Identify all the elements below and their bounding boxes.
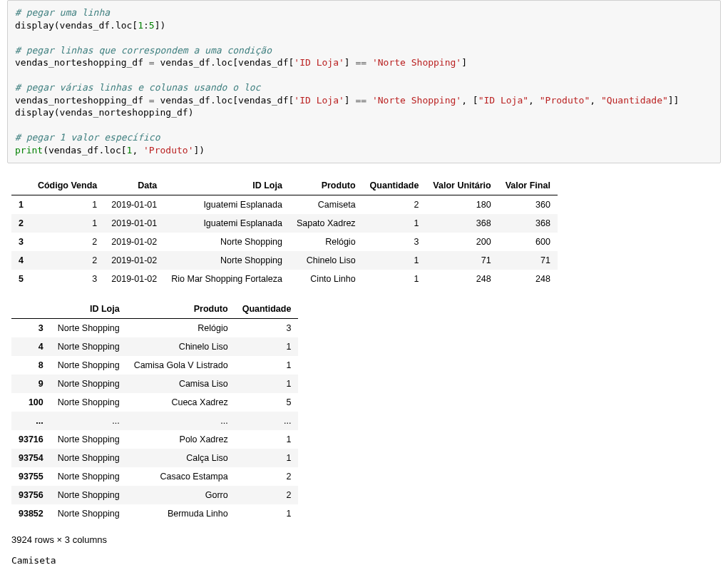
code-text: vendas_norteshopping_df <box>15 57 149 68</box>
cell: Calça Liso <box>127 449 235 467</box>
cell: Norte Shopping <box>51 393 127 412</box>
cell: 248 <box>426 270 498 288</box>
table-row: 93754Norte ShoppingCalça Liso1 <box>11 449 298 467</box>
row-index: 3 <box>11 233 31 251</box>
table-row: 322019-01-02Norte ShoppingRelógio3200600 <box>11 233 558 251</box>
code-string: 'ID Loja' <box>294 95 344 106</box>
code-string: 'Produto' <box>143 145 193 156</box>
table-shape-summary: 3924 rows × 3 columns <box>11 534 721 545</box>
code-text <box>366 95 372 106</box>
cell: 1 <box>31 195 104 214</box>
code-string: 'Norte Shopping' <box>372 57 461 68</box>
cell: Norte Shopping <box>51 430 127 449</box>
col-header: Quantidade <box>363 176 426 195</box>
code-text: display(vendas_df.loc[ <box>15 20 138 31</box>
code-text: ]] <box>668 95 680 106</box>
cell: 2019-01-02 <box>104 270 164 288</box>
code-comment: # pegar várias linhas e colunas usando o… <box>15 82 260 93</box>
row-index: 4 <box>11 251 31 270</box>
index-header-blank <box>11 176 31 195</box>
cell: 600 <box>498 233 558 251</box>
code-string: "ID Loja" <box>478 95 528 106</box>
cell: 2019-01-01 <box>104 214 164 233</box>
cell: Casaco Estampa <box>127 467 235 486</box>
cell: ... <box>127 412 235 430</box>
cell: 71 <box>498 251 558 270</box>
code-comment: # pegar 1 valor específico <box>15 132 160 143</box>
cell: 1 <box>235 375 299 393</box>
row-index: 4 <box>11 337 51 356</box>
cell: Camisa Gola V Listrado <box>127 356 235 375</box>
code-operator: = <box>149 95 155 106</box>
code-string: 'Norte Shopping' <box>372 95 461 106</box>
cell: 2019-01-01 <box>104 195 164 214</box>
code-text: vendas_df.loc[vendas_df[ <box>155 57 294 68</box>
cell: 200 <box>426 233 498 251</box>
row-index: 3 <box>11 318 51 337</box>
table-row: 8Norte ShoppingCamisa Gola V Listrado1 <box>11 356 298 375</box>
code-text: : <box>143 20 149 31</box>
code-operator: == <box>355 95 366 106</box>
cell: Norte Shopping <box>51 504 127 523</box>
cell: 3 <box>235 318 299 337</box>
cell: Norte Shopping <box>51 375 127 393</box>
code-cell: # pegar uma linha display(vendas_df.loc[… <box>7 0 721 163</box>
code-text <box>366 57 372 68</box>
col-header: Quantidade <box>235 300 299 319</box>
cell: 2019-01-02 <box>104 233 164 251</box>
row-index: ... <box>11 412 51 430</box>
cell: Iguatemi Esplanada <box>164 195 289 214</box>
cell: 1 <box>363 270 426 288</box>
col-header: ID Loja <box>164 176 289 195</box>
table-row: 422019-01-02Norte ShoppingChinelo Liso17… <box>11 251 558 270</box>
row-index: 100 <box>11 393 51 412</box>
cell: Norte Shopping <box>51 467 127 486</box>
code-string: "Produto" <box>540 95 590 106</box>
col-header: Produto <box>127 300 235 319</box>
cell: 368 <box>498 214 558 233</box>
cell: 1 <box>235 430 299 449</box>
cell: Norte Shopping <box>164 251 289 270</box>
row-index: 93756 <box>11 486 51 504</box>
code-text: (vendas_df.loc[ <box>43 145 126 156</box>
code-string: "Quantidade" <box>601 95 668 106</box>
cell: 2019-01-02 <box>104 251 164 270</box>
row-index: 8 <box>11 356 51 375</box>
col-header: Valor Unitário <box>426 176 498 195</box>
code-number: 5 <box>149 20 155 31</box>
col-header: Produto <box>289 176 363 195</box>
cell: Iguatemi Esplanada <box>164 214 289 233</box>
cell: 5 <box>235 393 299 412</box>
cell: 2 <box>363 195 426 214</box>
row-index: 93716 <box>11 430 51 449</box>
cell: Gorro <box>127 486 235 504</box>
table-row: 532019-01-02Rio Mar Shopping FortalezaCi… <box>11 270 558 288</box>
table-row: 100Norte ShoppingCueca Xadrez5 <box>11 393 298 412</box>
cell: Cueca Xadrez <box>127 393 235 412</box>
cell: 3 <box>363 233 426 251</box>
cell: 2 <box>235 467 299 486</box>
cell: Bermuda Linho <box>127 504 235 523</box>
output-table-2: ID Loja Produto Quantidade 3Norte Shoppi… <box>11 300 298 523</box>
code-text: display(vendas_norteshopping_df) <box>15 107 193 118</box>
index-header-blank <box>11 300 51 319</box>
cell: 1 <box>235 504 299 523</box>
row-index: 1 <box>11 195 31 214</box>
cell: 3 <box>31 270 104 288</box>
code-text: ] <box>344 57 356 68</box>
cell: Norte Shopping <box>51 356 127 375</box>
cell: 1 <box>235 337 299 356</box>
row-index: 2 <box>11 214 31 233</box>
code-text: , <box>528 95 540 106</box>
table-row: 93852Norte ShoppingBermuda Linho1 <box>11 504 298 523</box>
table-header-row: ID Loja Produto Quantidade <box>11 300 298 319</box>
col-header: Código Venda <box>31 176 104 195</box>
cell: Polo Xadrez <box>127 430 235 449</box>
col-header: Data <box>104 176 164 195</box>
cell: ... <box>235 412 299 430</box>
stdout-output: Camiseta <box>11 555 721 566</box>
cell: 180 <box>426 195 498 214</box>
table-row: 93716Norte ShoppingPolo Xadrez1 <box>11 430 298 449</box>
code-text: , <box>132 145 143 156</box>
output-table-1: Código Venda Data ID Loja Produto Quanti… <box>11 176 558 288</box>
